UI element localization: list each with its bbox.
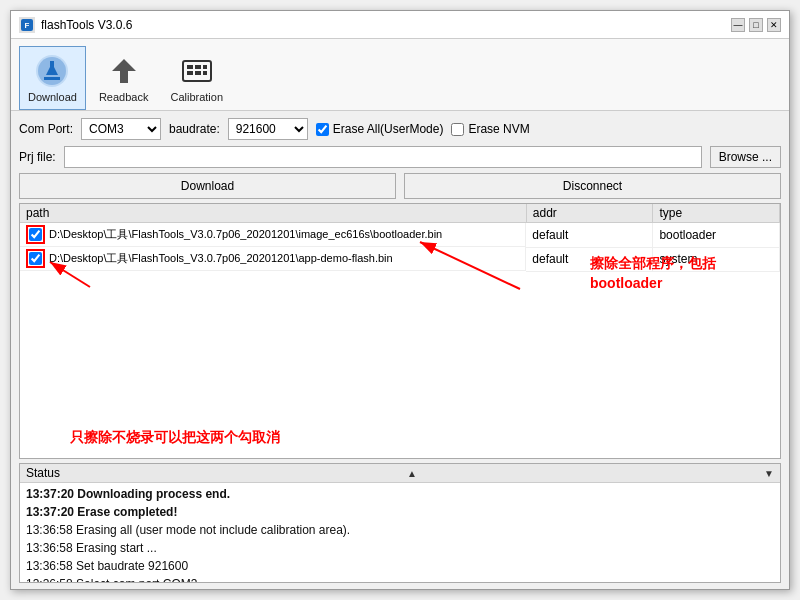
download-button[interactable]: Download <box>19 173 396 199</box>
file-table: path addr type D:\Desktop\工具\FlashTools_… <box>20 204 780 272</box>
com-port-select[interactable]: COM3 <box>81 118 161 140</box>
status-content[interactable]: 13:37:20 Downloading process end.13:37:2… <box>20 483 780 582</box>
table-cell-type: bootloader <box>653 223 780 248</box>
main-window: F flashTools V3.0.6 — □ ✕ Downlo <box>10 10 790 590</box>
toolbar-download-label: Download <box>28 91 77 103</box>
svg-rect-6 <box>44 77 60 80</box>
app-icon: F <box>19 17 35 33</box>
row-path-0: D:\Desktop\工具\FlashTools_V3.0.7p06_20201… <box>49 227 442 242</box>
status-line: 13:36:58 Erasing start ... <box>26 539 774 557</box>
erase-nvm-checkbox[interactable] <box>451 123 464 136</box>
com-port-row: Com Port: COM3 baudrate: 921600 Erase Al… <box>19 117 781 141</box>
action-row: Download Disconnect <box>19 173 781 199</box>
table-row: D:\Desktop\工具\FlashTools_V3.0.7p06_20201… <box>20 223 780 248</box>
toolbar-readback-button[interactable]: Readback <box>90 46 158 110</box>
com-port-label: Com Port: <box>19 122 73 136</box>
erase-all-group: Erase All(UserMode) <box>316 122 444 136</box>
status-title: Status <box>26 466 60 480</box>
status-line: 13:37:20 Erase completed! <box>26 503 774 521</box>
svg-rect-8 <box>187 65 193 69</box>
table-cell-addr: default <box>526 223 653 248</box>
erase-all-label[interactable]: Erase All(UserMode) <box>333 122 444 136</box>
table-header-row: path addr type <box>20 204 780 223</box>
row-checkbox-0[interactable] <box>29 228 42 241</box>
svg-text:F: F <box>25 21 30 30</box>
col-header-path: path <box>20 204 526 223</box>
toolbar-calibration-button[interactable]: Calibration <box>161 46 232 110</box>
title-bar-left: F flashTools V3.0.6 <box>19 17 132 33</box>
baudrate-select[interactable]: 921600 <box>228 118 308 140</box>
toolbar-calibration-label: Calibration <box>170 91 223 103</box>
erase-nvm-label[interactable]: Erase NVM <box>468 122 529 136</box>
readback-toolbar-icon <box>106 53 142 89</box>
status-header: Status ▲ ▼ <box>20 464 780 483</box>
toolbar-download-button[interactable]: Download <box>19 46 86 110</box>
col-header-addr: addr <box>526 204 653 223</box>
maximize-button[interactable]: □ <box>749 18 763 32</box>
erase-all-checkbox[interactable] <box>316 123 329 136</box>
scroll-up-icon[interactable]: ▲ <box>407 468 417 479</box>
main-content: Com Port: COM3 baudrate: 921600 Erase Al… <box>11 111 789 589</box>
table-row: D:\Desktop\工具\FlashTools_V3.0.7p06_20201… <box>20 247 780 271</box>
svg-rect-10 <box>195 65 201 69</box>
prj-file-input[interactable]: D:\Desktop\工具\FlashTools_V3.0.7p06_20201… <box>64 146 702 168</box>
prj-file-row: Prj file: D:\Desktop\工具\FlashTools_V3.0.… <box>19 145 781 169</box>
toolbar-readback-label: Readback <box>99 91 149 103</box>
table-cell-type: system <box>653 247 780 271</box>
svg-rect-11 <box>195 71 201 75</box>
status-line: 13:36:58 Select com port COM3 <box>26 575 774 582</box>
row-path-1: D:\Desktop\工具\FlashTools_V3.0.7p06_20201… <box>49 251 393 266</box>
title-bar-controls: — □ ✕ <box>731 18 781 32</box>
download-toolbar-icon <box>34 53 70 89</box>
scroll-down-icon[interactable]: ▼ <box>764 468 774 479</box>
erase-nvm-group: Erase NVM <box>451 122 529 136</box>
svg-rect-5 <box>50 61 54 73</box>
row-checkbox-1[interactable] <box>29 252 42 265</box>
disconnect-button[interactable]: Disconnect <box>404 173 781 199</box>
status-line: 13:36:58 Erasing all (user mode not incl… <box>26 521 774 539</box>
baudrate-label: baudrate: <box>169 122 220 136</box>
close-button[interactable]: ✕ <box>767 18 781 32</box>
svg-rect-13 <box>203 71 207 75</box>
browse-button[interactable]: Browse ... <box>710 146 781 168</box>
window-title: flashTools V3.0.6 <box>41 18 132 32</box>
col-header-type: type <box>653 204 780 223</box>
file-table-container: path addr type D:\Desktop\工具\FlashTools_… <box>19 203 781 459</box>
prj-file-label: Prj file: <box>19 150 56 164</box>
status-panel: Status ▲ ▼ 13:37:20 Downloading process … <box>19 463 781 583</box>
svg-rect-9 <box>187 71 193 75</box>
status-line: 13:37:20 Downloading process end. <box>26 485 774 503</box>
minimize-button[interactable]: — <box>731 18 745 32</box>
table-cell-addr: default <box>526 247 653 271</box>
svg-rect-12 <box>203 65 207 69</box>
calibration-toolbar-icon <box>179 53 215 89</box>
status-line: 13:36:58 Set baudrate 921600 <box>26 557 774 575</box>
note1-text: 只擦除不烧录可以把这两个勾取消 <box>70 428 280 448</box>
toolbar: Download Readback <box>11 39 789 111</box>
title-bar: F flashTools V3.0.6 — □ ✕ <box>11 11 789 39</box>
table-cell-path: D:\Desktop\工具\FlashTools_V3.0.7p06_20201… <box>20 247 526 271</box>
table-cell-path: D:\Desktop\工具\FlashTools_V3.0.7p06_20201… <box>20 223 526 247</box>
